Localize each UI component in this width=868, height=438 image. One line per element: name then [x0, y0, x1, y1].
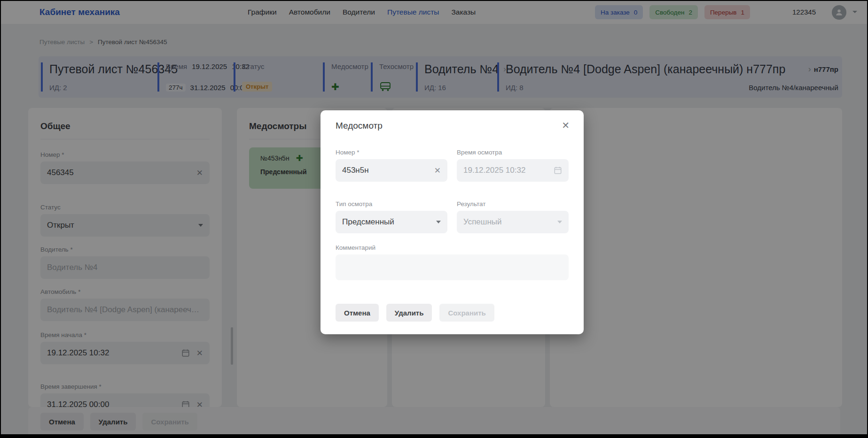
modal-type-select[interactable]: Предсменный: [336, 211, 447, 233]
modal-type-field-label: Тип осмотра: [336, 200, 447, 207]
modal-result-select: Успешный: [457, 211, 569, 233]
modal-result-field-label: Результат: [457, 200, 569, 207]
chevron-down-icon: [557, 221, 562, 223]
app-window: Кабинет механика Графики Автомобили Води…: [0, 0, 868, 438]
modal-time-input-value: 19.12.2025 10:32: [463, 166, 547, 175]
modal-comment-textarea[interactable]: [336, 254, 569, 280]
close-icon[interactable]: ✕: [562, 120, 570, 131]
modal-title: Медосмотр: [336, 121, 383, 131]
modal-save-button: Сохранить: [439, 304, 494, 322]
modal-delete-button[interactable]: Удалить: [386, 304, 432, 322]
clear-icon[interactable]: ✕: [434, 166, 441, 176]
modal-type-select-value: Предсменный: [342, 217, 430, 227]
modal-number-field-label: Номер *: [336, 149, 447, 156]
modal-time-field-label: Время осмотра: [457, 149, 569, 156]
modal-cancel-button[interactable]: Отмена: [336, 304, 379, 322]
medical-exam-modal: Медосмотр ✕ Номер * 453н5н ✕ Время осмот…: [321, 110, 584, 334]
calendar-icon: [554, 166, 562, 175]
modal-number-input-value: 453н5н: [342, 166, 428, 175]
modal-time-input: 19.12.2025 10:32: [457, 159, 569, 182]
chevron-down-icon: [436, 221, 441, 223]
modal-result-select-value: Успешный: [463, 217, 551, 227]
modal-comment-field-label: Комментарий: [336, 244, 569, 251]
modal-number-input[interactable]: 453н5н ✕: [336, 159, 447, 182]
